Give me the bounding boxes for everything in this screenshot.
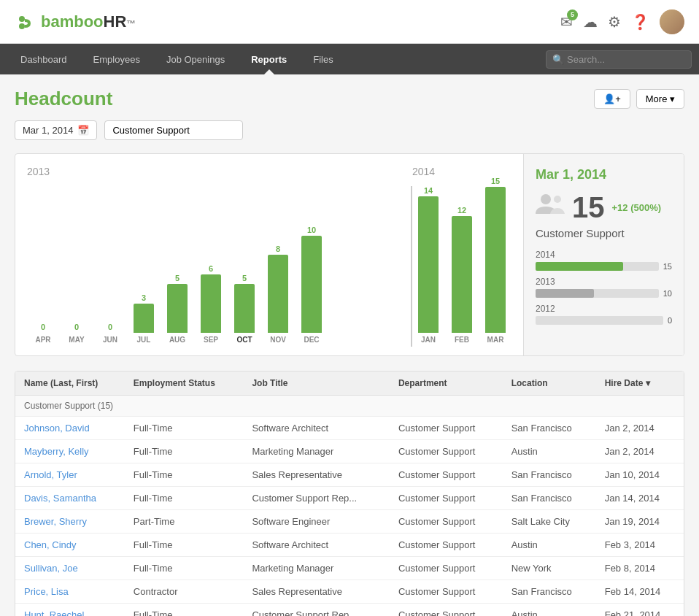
cell-hire-date: Feb 3, 2014 [596, 534, 684, 557]
top-bar: bambooHR™ ✉ 5 ☁ ⚙ ❓ [0, 0, 699, 44]
department-filter[interactable] [104, 120, 243, 140]
people-icon [536, 192, 565, 224]
employee-link[interactable]: Sullivan, Joe [24, 563, 78, 574]
cell-hire-date: Feb 21, 2014 [596, 604, 684, 617]
cell-status: Full-Time [125, 463, 244, 487]
cell-location: Austin [503, 440, 596, 463]
chart-2013-bars: 0 APR 0 MAY 0 [27, 183, 411, 344]
cell-status: Full-Time [125, 417, 244, 440]
stats-year-2012: 2012 0 [536, 304, 672, 325]
calendar-icon[interactable]: 📅 [77, 125, 89, 136]
chart-container: 2013 0 APR 0 MAY [15, 153, 684, 356]
nav-job-openings[interactable]: Job Openings [153, 44, 238, 74]
bar-apr: 0 APR [27, 323, 59, 344]
cell-dept: Customer Support [390, 440, 503, 463]
messages-icon[interactable]: ✉ 5 [560, 13, 573, 31]
chart-stats: Mar 1, 2014 15 +12 (500%) Customer Suppo… [523, 154, 684, 355]
cell-location: Austin [503, 534, 596, 557]
main-content: Headcount 👤+ More ▾ Mar 1, 2014 📅 2013 [0, 74, 699, 616]
employee-link[interactable]: Mayberry, Kelly [24, 446, 89, 457]
nav-bar: Dashboard Employees Job Openings Reports… [0, 44, 699, 74]
employee-link[interactable]: Chen, Cindy [24, 539, 77, 550]
cell-status: Full-Time [125, 604, 244, 617]
employee-link[interactable]: Brewer, Sherry [24, 516, 87, 527]
bar-jan: 14 JAN [412, 186, 444, 344]
cell-name: Mayberry, Kelly [15, 440, 125, 463]
stats-change: +12 (500%) [612, 202, 662, 213]
cell-title: Sales Representative [243, 463, 390, 487]
bar-may: 0 MAY [61, 323, 93, 344]
nav-employees[interactable]: Employees [80, 44, 153, 74]
col-dept: Department [390, 371, 503, 396]
cell-dept: Customer Support [390, 580, 503, 604]
employee-link[interactable]: Davis, Samantha [24, 493, 96, 504]
cell-title: Software Architect [243, 417, 390, 440]
settings-icon[interactable]: ⚙ [608, 13, 621, 31]
search-input[interactable] [567, 54, 685, 65]
cell-hire-date: Feb 14, 2014 [596, 580, 684, 604]
table-row: Arnold, Tyler Full-Time Sales Representa… [15, 463, 684, 487]
table-group-row: Customer Support (15) [15, 396, 684, 417]
stats-count-row: 15 +12 (500%) [536, 191, 672, 224]
cell-hire-date: Jan 14, 2014 [596, 487, 684, 510]
avatar[interactable] [660, 9, 684, 34]
table-row: Price, Lisa Contractor Sales Representat… [15, 580, 684, 604]
cell-hire-date: Feb 8, 2014 [596, 557, 684, 580]
svg-point-3 [554, 196, 561, 203]
table-row: Davis, Samantha Full-Time Customer Suppo… [15, 487, 684, 510]
employee-link[interactable]: Johnson, David [24, 423, 90, 434]
chart-2014-label: 2014 [412, 166, 511, 177]
cell-title: Marketing Manager [243, 440, 390, 463]
cell-title: Sales Representative [243, 580, 390, 604]
employee-link[interactable]: Arnold, Tyler [24, 469, 77, 480]
nav-files[interactable]: Files [300, 44, 346, 74]
col-location: Location [503, 371, 596, 396]
cell-hire-date: Jan 2, 2014 [596, 417, 684, 440]
cell-status: Full-Time [125, 440, 244, 463]
help-icon[interactable]: ❓ [631, 13, 649, 31]
cell-dept: Customer Support [390, 510, 503, 534]
table-row: Chen, Cindy Full-Time Software Architect… [15, 534, 684, 557]
cell-status: Part-Time [125, 510, 244, 534]
table-row: Sullivan, Joe Full-Time Marketing Manage… [15, 557, 684, 580]
cell-title: Software Engineer [243, 510, 390, 534]
cell-status: Full-Time [125, 557, 244, 580]
date-filter[interactable]: Mar 1, 2014 📅 [15, 120, 97, 140]
stats-dept: Customer Support [536, 227, 672, 239]
cell-dept: Customer Support [390, 417, 503, 440]
more-button[interactable]: More ▾ [636, 89, 684, 109]
add-employee-button[interactable]: 👤+ [594, 89, 630, 109]
employee-link[interactable]: Price, Lisa [24, 586, 69, 597]
cell-location: Salt Lake City [503, 510, 596, 534]
table-row: Mayberry, Kelly Full-Time Marketing Mana… [15, 440, 684, 463]
logo-text: bambooHR™ [41, 12, 136, 31]
nav-reports[interactable]: Reports [238, 44, 300, 74]
cell-hire-date: Jan 10, 2014 [596, 463, 684, 487]
logo: bambooHR™ [15, 9, 136, 35]
filter-row: Mar 1, 2014 📅 [15, 120, 684, 140]
chart-2014-section: 2014 14 JAN 12 FEB [412, 166, 511, 344]
stats-year-2013: 2013 10 [536, 277, 672, 298]
col-hire-date[interactable]: Hire Date ▾ [596, 371, 684, 396]
cell-location: San Francisco [503, 463, 596, 487]
cloud-icon[interactable]: ☁ [583, 13, 598, 31]
table-header-row: Name (Last, First) Employment Status Job… [15, 371, 684, 396]
cell-dept: Customer Support [390, 557, 503, 580]
table-row: Brewer, Sherry Part-Time Software Engine… [15, 510, 684, 534]
cell-location: New York [503, 557, 596, 580]
cell-status: Contractor [125, 580, 244, 604]
col-title: Job Title [243, 371, 390, 396]
cell-status: Full-Time [125, 534, 244, 557]
cell-location: Austin [503, 604, 596, 617]
nav-dashboard[interactable]: Dashboard [7, 44, 80, 74]
chart-main: 2013 0 APR 0 MAY [15, 154, 523, 355]
bar-oct: 5 OCT [228, 274, 260, 344]
cell-name: Brewer, Sherry [15, 510, 125, 534]
stats-date: Mar 1, 2014 [536, 167, 672, 182]
bar-nov: 8 NOV [262, 245, 294, 344]
svg-point-1 [19, 23, 25, 29]
cell-title: Software Architect [243, 534, 390, 557]
bar-feb: 12 FEB [446, 206, 478, 344]
stats-count: 15 [572, 191, 605, 224]
employee-link[interactable]: Hunt, Raechel [24, 609, 84, 616]
